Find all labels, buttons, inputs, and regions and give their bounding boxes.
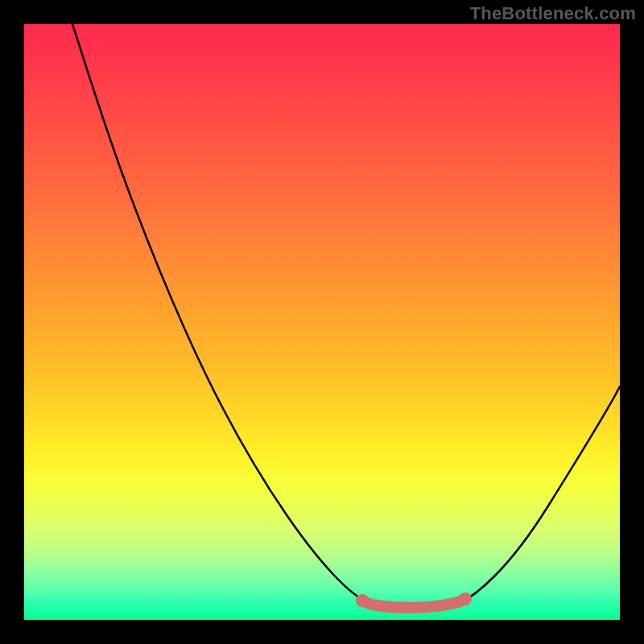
bottleneck-bottom-highlight xyxy=(362,599,465,608)
plot-area xyxy=(24,24,620,620)
curve-layer xyxy=(24,24,620,620)
bottleneck-left-dot xyxy=(356,594,369,607)
bottleneck-curve-line xyxy=(72,24,620,607)
bottleneck-right-dot xyxy=(459,592,472,605)
chart-frame: TheBottleneck.com xyxy=(0,0,644,644)
watermark-text: TheBottleneck.com xyxy=(470,3,636,24)
